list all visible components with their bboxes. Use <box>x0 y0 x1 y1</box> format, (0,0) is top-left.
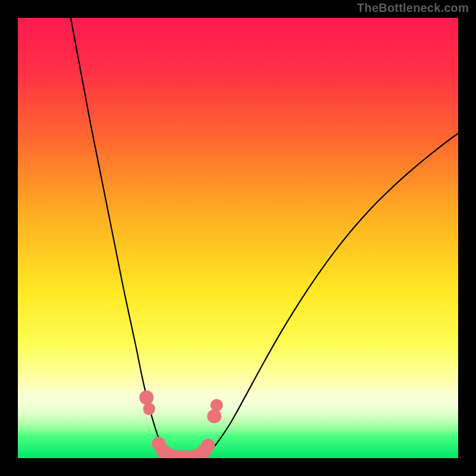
data-marker <box>207 409 221 424</box>
plot-area <box>18 18 458 458</box>
data-marker <box>139 390 154 405</box>
data-marker <box>143 403 155 415</box>
bottleneck-curve <box>18 18 458 458</box>
watermark-text: TheBottleneck.com <box>357 1 469 15</box>
data-marker <box>211 399 223 412</box>
bottleneck-curve-path <box>71 18 458 458</box>
data-marker <box>201 439 215 453</box>
